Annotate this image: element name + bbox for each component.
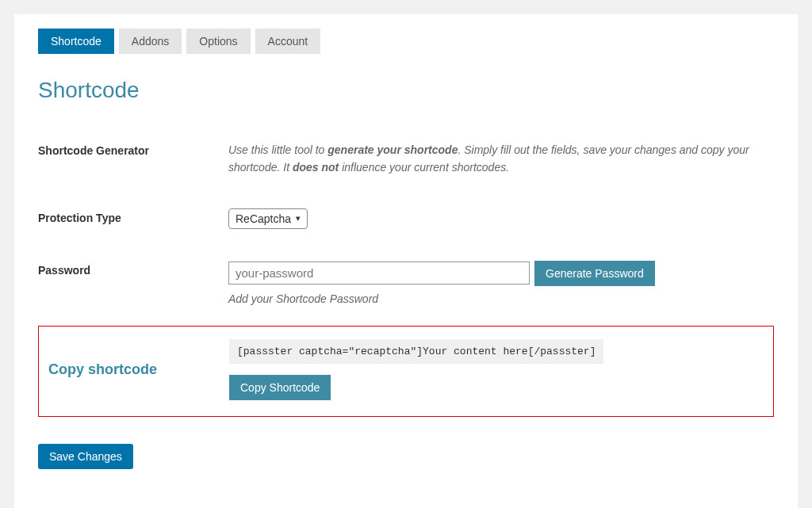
shortcode-output[interactable]: [passster captcha="recaptcha"]Your conte… (229, 339, 603, 364)
generator-description: Use this little tool to generate your sh… (228, 141, 774, 177)
row-protection-type: Protection Type ReCaptcha ▾ (38, 193, 774, 245)
tab-shortcode[interactable]: Shortcode (38, 29, 114, 54)
select-value: ReCaptcha (236, 212, 291, 225)
label-copy-shortcode: Copy shortcode (39, 361, 229, 378)
page-title: Shortcode (38, 78, 774, 103)
password-hint: Add your Shortcode Password (228, 292, 774, 305)
tab-account[interactable]: Account (255, 29, 321, 54)
label-protection-type: Protection Type (38, 208, 228, 224)
copy-shortcode-button[interactable]: Copy Shortcode (229, 375, 331, 400)
chevron-down-icon: ▾ (296, 213, 301, 223)
label-password: Password (38, 261, 228, 277)
save-changes-button[interactable]: Save Changes (38, 444, 133, 469)
generate-password-button[interactable]: Generate Password (534, 261, 655, 286)
desc-text: Use this little tool to (228, 143, 327, 156)
desc-bold: generate your shortcode (327, 143, 458, 156)
desc-text: influence your current shortcodes. (339, 161, 509, 174)
label-generator: Shortcode Generator (38, 141, 228, 157)
copy-shortcode-section: Copy shortcode [passster captcha="recapt… (38, 326, 774, 417)
desc-bold: does not (293, 161, 339, 174)
password-input[interactable] (228, 262, 530, 285)
row-password: Password Generate Password Add your Shor… (38, 245, 774, 321)
tabs-nav: Shortcode Addons Options Account (38, 14, 774, 54)
tab-addons[interactable]: Addons (119, 29, 182, 54)
tab-options[interactable]: Options (186, 29, 250, 54)
protection-type-select[interactable]: ReCaptcha ▾ (228, 208, 308, 229)
row-generator: Shortcode Generator Use this little tool… (38, 125, 774, 193)
settings-panel: Shortcode Addons Options Account Shortco… (14, 14, 798, 508)
